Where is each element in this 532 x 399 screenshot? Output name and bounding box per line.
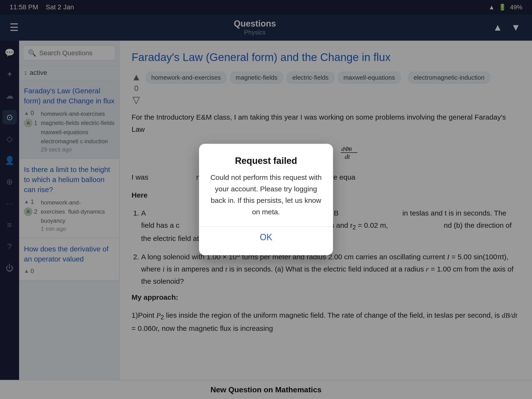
modal-ok-button[interactable]: OK [209,227,323,248]
modal-box: Request failed Could not perform this re… [199,144,333,255]
modal-overlay: Request failed Could not perform this re… [0,0,532,399]
modal-title: Request failed [209,156,323,166]
modal-body: Could not perform this request with your… [209,172,323,218]
